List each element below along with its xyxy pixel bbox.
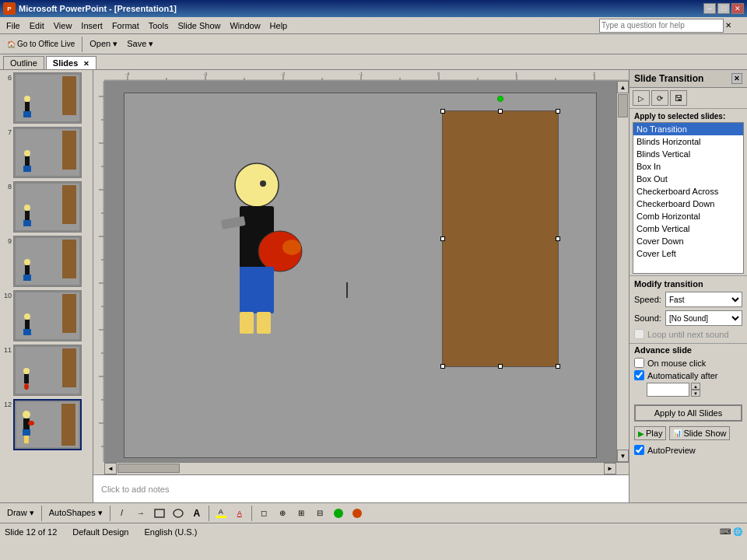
slide-img-8[interactable] [13,181,82,233]
shapes-tool-5[interactable] [330,505,347,522]
tr-item-no-transition[interactable]: No Transition [633,123,743,135]
slide-thumb-10[interactable]: 10 [2,289,91,342]
play-button[interactable]: ▶ Play [634,426,666,440]
draw-button[interactable]: Draw ▾ [3,505,38,522]
handle-bot-right[interactable] [556,364,560,369]
scroll-thumb-h[interactable] [117,464,180,473]
brown-rectangle[interactable] [442,110,559,367]
help-search-input[interactable] [599,19,724,33]
canvas-container[interactable] [104,81,616,462]
tr-item-blinds-vertical[interactable]: Blinds Vertical [633,148,743,160]
fill-color-button[interactable]: A [212,505,230,522]
menu-help[interactable]: Help [265,19,293,32]
svg-text:-2: -2 [281,72,286,76]
slide-img-12[interactable] [13,399,82,450]
tr-item-blinds-horizontal[interactable]: Blinds Horizontal [633,135,743,148]
text-tool[interactable]: A [188,505,205,522]
handle-top-left[interactable] [440,109,445,114]
handle-mid-right[interactable] [556,236,560,241]
menu-edit[interactable]: Edit [25,19,49,32]
transition-list[interactable]: No Transition Blinds Horizontal Blinds V… [633,122,744,274]
slide-img-9[interactable] [13,236,82,287]
slide-img-7[interactable] [13,127,82,178]
time-down-button[interactable]: ▼ [691,390,700,397]
auto-after-checkbox[interactable] [634,370,644,380]
menu-view[interactable]: View [49,19,77,32]
handle-top-right[interactable] [556,109,560,114]
tr-item-cover-left[interactable]: Cover Left [633,247,743,260]
canvas-vscrollbar[interactable]: ▲ ▼ [616,81,629,462]
slide-thumb-11[interactable]: 11 [2,344,91,397]
slide-thumb-8[interactable]: 8 [2,180,91,233]
scroll-down-button[interactable]: ▼ [617,450,629,462]
slide-img-10[interactable] [13,290,82,341]
time-spinner[interactable]: ▲ ▼ [691,383,700,397]
slide-thumb-12[interactable]: 12 [2,398,91,451]
menu-file[interactable]: File [2,19,25,32]
menu-insert[interactable]: Insert [76,19,107,32]
menu-slideshow[interactable]: Slide Show [173,19,225,32]
scroll-up-button[interactable]: ▲ [617,81,629,93]
tab-slides[interactable]: Slides ✕ [46,56,96,69]
menu-window[interactable]: Window [225,19,265,32]
rotation-handle[interactable] [497,96,503,102]
tp-icon-3[interactable]: 🖫 [670,90,687,106]
mouse-click-checkbox[interactable] [634,358,644,368]
speed-select[interactable]: Fast Medium Slow [665,292,742,307]
slide-img-6[interactable] [13,72,82,124]
open-button[interactable]: Open ▾ [86,36,121,53]
slide-img-11[interactable] [13,345,82,396]
arrow-tool[interactable]: → [132,505,149,522]
search-close-icon[interactable]: ✕ [725,21,731,30]
scroll-thumb-v[interactable] [618,94,628,117]
tr-item-box-in[interactable]: Box In [633,160,743,173]
menu-format[interactable]: Format [107,19,144,32]
line-tool[interactable]: / [114,505,131,522]
ellipse-tool[interactable] [170,505,187,522]
notes-area[interactable]: Click to add notes [93,474,629,502]
tr-item-box-out[interactable]: Box Out [633,173,743,185]
sound-select[interactable]: [No Sound] Applause [665,310,742,326]
time-input[interactable]: 00:00:1 [647,383,689,397]
shapes-tool-3[interactable]: ⊞ [293,505,310,522]
tr-item-checkerboard-down[interactable]: Checkerboard Down [633,198,743,210]
tr-item-comb-horizontal[interactable]: Comb Horizontal [633,210,743,222]
tr-item-comb-vertical[interactable]: Comb Vertical [633,222,743,235]
close-button[interactable]: ✕ [731,3,744,14]
slide-thumb-7[interactable]: 7 [2,126,91,179]
tab-close-icon[interactable]: ✕ [83,60,89,68]
shapes-tool-6[interactable] [349,505,366,522]
shapes-tool-2[interactable]: ⊕ [274,505,291,522]
shapes-tool-4[interactable]: ⊟ [311,505,328,522]
menu-tools[interactable]: Tools [144,19,174,32]
slideshow-button[interactable]: 📊 Slide Show [669,426,730,440]
scroll-track-h[interactable] [117,463,604,474]
autoshapes-button[interactable]: AutoShapes ▾ [45,505,107,522]
panel-close-button[interactable]: ✕ [731,73,742,84]
slide-thumb-6[interactable]: 6 [2,72,91,124]
slide-thumb-9[interactable]: 9 [2,235,91,288]
loop-checkbox[interactable] [634,329,644,339]
tp-icon-1[interactable]: ▷ [633,90,650,106]
maximize-button[interactable]: □ [717,3,730,14]
save-button[interactable]: Save ▾ [123,36,157,53]
handle-top[interactable] [498,109,503,114]
scroll-right-button[interactable]: ► [604,463,616,474]
handle-bot-left[interactable] [440,364,445,369]
minimize-button[interactable]: – [703,3,716,14]
go-to-office-live-button[interactable]: 🏠 Go to Office Live [3,36,79,53]
tr-item-cover-down[interactable]: Cover Down [633,235,743,247]
time-up-button[interactable]: ▲ [691,383,700,390]
tr-item-checkerboard-across[interactable]: Checkerboard Across [633,185,743,198]
scroll-track-v[interactable] [617,93,629,450]
handle-bot-mid[interactable] [498,364,503,369]
handle-mid-left[interactable] [440,236,445,241]
autopreview-checkbox[interactable] [634,445,644,455]
tab-outline[interactable]: Outline [3,56,44,69]
shapes-tool-1[interactable]: ◻ [255,505,272,522]
rect-tool[interactable] [151,505,168,522]
scroll-left-button[interactable]: ◄ [104,463,117,474]
tp-icon-2[interactable]: ⟳ [651,90,668,106]
font-color-button[interactable]: A [231,505,248,522]
apply-all-button[interactable]: Apply to All Slides [634,404,742,422]
